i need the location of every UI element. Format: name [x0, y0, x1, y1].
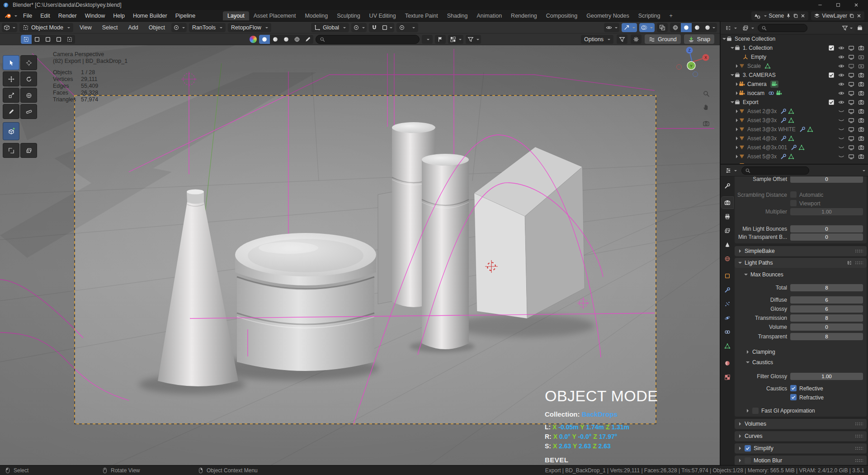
outliner-row-asset[interactable]: Asset 4@3x.001 [721, 143, 868, 152]
menu-file[interactable]: File [19, 11, 36, 20]
outliner-editor-type-button[interactable] [723, 24, 739, 33]
tab-output[interactable] [722, 211, 733, 223]
menu-pipeline[interactable]: Pipeline [171, 11, 199, 20]
shading-solid-button[interactable] [681, 23, 692, 32]
minimize-button[interactable] [811, 0, 829, 10]
tab-animation[interactable]: Animation [472, 11, 507, 20]
new-scene-icon[interactable] [793, 13, 798, 19]
add-workspace-button[interactable]: + [665, 11, 677, 20]
tab-geometry-nodes[interactable]: Geometry Nodes [582, 11, 633, 20]
tab-constraints[interactable] [722, 326, 733, 338]
fast-gi-checkbox[interactable] [752, 408, 759, 414]
curves-panel[interactable]: Curves [735, 431, 867, 442]
volumes-panel[interactable]: Volumes [735, 419, 867, 429]
outliner-row-asset[interactable]: Asset 3@3x [721, 116, 868, 125]
tab-uv-editing[interactable]: UV Editing [365, 11, 401, 20]
ground-button[interactable]: Ground [645, 34, 681, 44]
select-box-tool[interactable] [3, 55, 19, 70]
tab-texture-paint[interactable]: Texture Paint [401, 11, 443, 20]
properties-filter-dropdown[interactable] [861, 169, 865, 172]
menu-view[interactable]: View [75, 23, 96, 32]
volume-bounces-field[interactable]: 0 [790, 323, 863, 331]
outliner-filter-dropdown[interactable] [842, 25, 853, 31]
snap-target-dropdown[interactable] [380, 23, 394, 32]
menu-add[interactable]: Add [124, 23, 142, 32]
panel-grip[interactable] [855, 422, 863, 426]
menu-window[interactable]: Window [81, 11, 109, 20]
filter-button[interactable] [617, 34, 627, 44]
proportional-edit-toggle[interactable] [396, 23, 407, 32]
mode-dropdown[interactable]: Object Mode [19, 23, 73, 32]
filter-glossy-field[interactable]: 1.00 [790, 373, 863, 380]
disable-render-toggle[interactable] [856, 90, 866, 96]
display-shaded-button[interactable] [281, 35, 292, 44]
hide-viewport-toggle[interactable] [836, 135, 846, 142]
menu-edit[interactable]: Edit [36, 11, 54, 20]
panel-grip[interactable] [855, 261, 863, 265]
menu-object[interactable]: Object [145, 23, 169, 32]
zoom-button[interactable] [700, 88, 712, 100]
disable-render-toggle[interactable] [856, 54, 866, 60]
new-collection-button[interactable] [854, 24, 865, 33]
blender-logo-menu[interactable] [3, 11, 19, 20]
tab-physics[interactable] [722, 312, 733, 324]
panel-grip[interactable] [855, 459, 863, 462]
simplify-panel[interactable]: Simplify [735, 443, 867, 454]
tab-modeling[interactable]: Modeling [300, 11, 332, 20]
outliner-row-camera[interactable]: Camera [721, 80, 868, 89]
display-sphere-button[interactable] [259, 35, 270, 44]
tool-fallback-dropdown[interactable] [171, 23, 187, 32]
outliner-search-input[interactable] [758, 24, 807, 32]
pivot-point-dropdown[interactable] [351, 23, 367, 32]
hide-viewport-toggle[interactable] [836, 63, 846, 69]
disable-viewport-toggle[interactable] [846, 72, 856, 78]
hide-viewport-toggle[interactable] [836, 72, 846, 78]
properties-editor-type-button[interactable] [723, 166, 739, 175]
outliner-row-asset[interactable]: Asset 3@3x WHITE [721, 125, 868, 134]
overlays-toggle[interactable] [639, 23, 655, 32]
outliner-row-scene-collection[interactable]: Scene Collection [721, 34, 868, 43]
motion-blur-panel[interactable]: Motion Blur [735, 456, 867, 465]
shading-rendered-button[interactable] [703, 23, 717, 32]
move-tool[interactable] [3, 71, 19, 86]
select-mode-intersect[interactable] [64, 35, 75, 44]
diffuse-bounces-field[interactable]: 6 [790, 296, 863, 304]
tab-tool[interactable] [722, 180, 733, 192]
tab-world[interactable] [722, 253, 733, 265]
hide-viewport-toggle[interactable] [836, 153, 846, 160]
shading-material-button[interactable] [692, 23, 703, 32]
close-button[interactable] [847, 0, 865, 10]
disable-render-toggle[interactable] [856, 144, 866, 151]
navigation-gizmo[interactable]: Z X Y [675, 46, 711, 80]
disable-render-toggle[interactable] [856, 63, 866, 69]
menu-help[interactable]: Help [109, 11, 129, 20]
disable-viewport-toggle[interactable] [846, 117, 856, 124]
gizmos-toggle[interactable] [622, 23, 637, 32]
tab-render[interactable] [722, 197, 733, 209]
disable-viewport-toggle[interactable] [846, 153, 856, 160]
tab-scripting[interactable]: Scripting [634, 11, 665, 20]
transparent-bounces-field[interactable]: 8 [790, 333, 863, 340]
caustics-subpanel[interactable]: Caustics [746, 359, 773, 366]
hide-viewport-toggle[interactable] [836, 117, 846, 124]
measure-tool[interactable] [20, 104, 37, 119]
presets-icon[interactable] [847, 260, 852, 266]
disable-viewport-toggle[interactable] [846, 99, 856, 105]
max-bounces-subpanel[interactable]: Max Bounces [744, 271, 783, 278]
select-mode-extend[interactable] [32, 35, 42, 44]
panel-grip[interactable] [855, 249, 863, 253]
disable-render-toggle[interactable] [856, 72, 866, 78]
disable-render-toggle[interactable] [856, 81, 866, 87]
collection-checkbox[interactable] [829, 72, 834, 78]
disable-viewport-toggle[interactable] [846, 135, 856, 142]
outliner-row-collection-1[interactable]: 1. Collection [721, 43, 868, 52]
scene-selector[interactable]: Scene [751, 11, 808, 20]
display-brush-button[interactable] [302, 35, 313, 44]
hide-viewport-toggle[interactable] [836, 90, 846, 96]
annotate-tool[interactable] [3, 104, 19, 119]
tab-material[interactable] [722, 357, 733, 369]
outliner-row-asset[interactable]: Asset 4@3x [721, 134, 868, 143]
viewlayer-selector[interactable]: ViewLayer [811, 11, 864, 20]
camera-view-button[interactable] [700, 118, 712, 129]
image-empty-tool[interactable] [20, 143, 37, 158]
